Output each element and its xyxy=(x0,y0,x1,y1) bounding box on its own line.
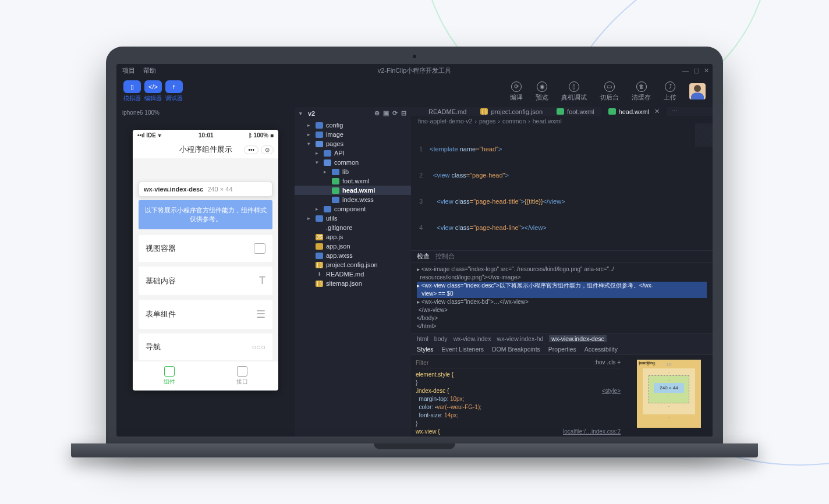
tree-item[interactable]: index.wxss xyxy=(295,195,411,204)
tree-item[interactable]: { }sitemap.json xyxy=(295,279,411,288)
list-item[interactable]: 导航○○○ xyxy=(139,333,272,360)
api-icon xyxy=(237,366,247,377)
tree-item[interactable]: app.wxss xyxy=(295,251,411,260)
devtools-tabs: 检查 控制台 xyxy=(411,251,713,263)
menu-dots-icon[interactable]: ••• xyxy=(244,145,258,154)
tooltip-dimensions: 240 × 44 xyxy=(207,186,232,193)
tooltip-selector: wx-view.index-desc xyxy=(144,186,203,193)
dom-crumb[interactable]: body xyxy=(434,335,448,342)
explorer-header: ▾ v2 ⊕ ▣ ⟳ ⊟ xyxy=(295,107,411,119)
dom-crumb[interactable]: html xyxy=(417,335,428,342)
tab-api[interactable]: 接口 xyxy=(206,361,278,391)
highlighted-element[interactable]: 以下将展示小程序官方组件能力，组件样式仅供参考。 xyxy=(139,200,272,229)
breadcrumb-segment[interactable]: head.wxml xyxy=(533,118,562,125)
dom-crumb[interactable]: wx-view.index-hd xyxy=(497,335,543,342)
tree-item[interactable]: foot.wxml xyxy=(295,176,411,186)
tree-item[interactable]: ▸utils xyxy=(295,214,411,223)
wifi-icon: ᯤ xyxy=(156,132,164,139)
tool-cache[interactable]: 🗑清缓存 xyxy=(632,81,651,102)
laptop-base xyxy=(71,443,758,457)
breadcrumb-segment[interactable]: fino-applet-demo-v2 xyxy=(418,118,472,125)
maximize-icon[interactable]: ▢ xyxy=(693,67,699,74)
tree-item[interactable]: ▾common xyxy=(295,158,411,167)
menu-project[interactable]: 项目 xyxy=(122,66,135,75)
device-icon: ▯ xyxy=(569,81,579,92)
tree-item[interactable]: head.wxml xyxy=(295,186,411,195)
tree-item[interactable]: JSapp.js xyxy=(295,232,411,242)
collapse-icon[interactable]: ⊟ xyxy=(401,109,406,117)
styles-subtab[interactable]: DOM Breakpoints xyxy=(492,346,540,353)
tree-item[interactable]: .gitignore xyxy=(295,223,411,232)
window-controls: — ▢ ✕ xyxy=(682,67,709,74)
tree-item[interactable]: ⬇README.md xyxy=(295,269,411,279)
tree-item[interactable]: ▸API xyxy=(295,148,411,158)
tab-close-icon[interactable]: ✕ xyxy=(654,108,660,115)
laptop-bezel: 项目 帮助 v2-FinClip小程序开发工具 — ▢ ✕ ▯ 模拟器 xyxy=(106,47,723,443)
close-circle-icon[interactable]: ⊙ xyxy=(261,145,274,154)
styles-panel[interactable]: :hov .cls + element.style { } .index-des… xyxy=(411,355,625,436)
mode-editor-label: 编辑器 xyxy=(144,94,162,102)
tool-background[interactable]: ▭切后台 xyxy=(600,81,619,102)
tree-item[interactable]: ▾pages xyxy=(295,139,411,148)
debug-icon: ⫯ xyxy=(172,83,176,90)
tabs-overflow[interactable]: ⋯ xyxy=(667,108,682,115)
new-folder-icon[interactable]: ▣ xyxy=(383,109,389,117)
breadcrumb: fino-applet-demo-v2 › pages › common › h… xyxy=(411,116,713,126)
phone-navbar: 小程序组件展示 ••• ⊙ xyxy=(133,141,278,158)
code-editor[interactable]: 1<template name="head"> 2 <view class="p… xyxy=(411,126,713,250)
tree-item[interactable]: app.json xyxy=(295,242,411,251)
menu-help[interactable]: 帮助 xyxy=(143,66,156,75)
box-model: margin 10 border - padding - 240 × 4 xyxy=(625,355,713,436)
simulator-device-label[interactable]: iphone6 100% xyxy=(116,107,295,118)
mode-simulator-label: 模拟器 xyxy=(123,94,141,102)
tree-item[interactable]: { }project.config.json xyxy=(295,260,411,269)
tool-compile[interactable]: ⟳编译 xyxy=(510,81,523,102)
new-file-icon[interactable]: ⊕ xyxy=(374,109,380,117)
tool-remote[interactable]: ▯真机调试 xyxy=(561,81,587,102)
styles-toggles[interactable]: :hov .cls + xyxy=(594,359,621,367)
styles-subtab[interactable]: Accessibility xyxy=(584,346,618,353)
dom-tree[interactable]: ▸ <wx-image class="index-logo" src="../r… xyxy=(411,263,713,333)
styles-filter-input[interactable] xyxy=(416,359,594,367)
mode-debugger[interactable]: ⫯ 调试器 xyxy=(165,80,183,102)
user-avatar[interactable] xyxy=(689,83,706,100)
minimize-icon[interactable]: — xyxy=(682,67,689,74)
tree-item[interactable]: ▸image xyxy=(295,130,411,139)
phone-tabbar: 组件 接口 xyxy=(133,361,278,391)
tree-item[interactable]: ▸component xyxy=(295,204,411,214)
eye-icon: ◉ xyxy=(537,81,547,92)
tool-upload[interactable]: ⤴上传 xyxy=(664,81,676,102)
list-item[interactable]: 表单组件☰ xyxy=(139,300,272,329)
tree-item[interactable]: ▸config xyxy=(295,120,411,130)
editor-tab[interactable]: foot.wxml xyxy=(550,107,601,116)
tree-item[interactable]: ▸lib xyxy=(295,167,411,176)
container-icon xyxy=(254,243,265,254)
list-item[interactable]: 视图容器 xyxy=(139,235,272,262)
tool-preview[interactable]: ◉预览 xyxy=(536,81,548,102)
phone-status-bar: ••ıl IDE ᯤ 10:01 ᛒ 100% ■ xyxy=(133,130,278,141)
dom-crumb[interactable]: wx-view.index xyxy=(454,335,491,342)
file-tree: ▸config▸image▾pages▸API▾common▸libfoot.w… xyxy=(295,119,411,289)
editor-tab[interactable]: { }project.config.json xyxy=(473,107,550,116)
editor-tab[interactable]: head.wxml✕ xyxy=(601,107,667,116)
mode-editor[interactable]: </> 编辑器 xyxy=(144,80,162,102)
styles-subtab[interactable]: Styles xyxy=(417,346,434,353)
editor-tab[interactable]: README.md xyxy=(411,107,473,116)
list-item[interactable]: 基础内容T xyxy=(139,267,272,295)
styles-subtab[interactable]: Event Listeners xyxy=(442,346,484,353)
dom-crumb[interactable]: wx-view.index-desc xyxy=(549,335,606,342)
styles-subtab[interactable]: Properties xyxy=(548,346,576,353)
minimap[interactable] xyxy=(695,123,713,182)
camera-dot xyxy=(413,55,416,58)
breadcrumb-segment[interactable]: common xyxy=(502,118,526,125)
mode-simulator[interactable]: ▯ 模拟器 xyxy=(123,80,141,102)
devtools-tab-inspect[interactable]: 检查 xyxy=(417,253,430,261)
dots-icon: ○○○ xyxy=(251,343,265,352)
main-layout: iphone6 100% ••ıl IDE ᯤ 10:01 ᛒ 100% ■ 小… xyxy=(116,107,713,436)
project-name[interactable]: v2 xyxy=(308,110,315,117)
devtools-tab-console[interactable]: 控制台 xyxy=(435,253,455,261)
close-icon[interactable]: ✕ xyxy=(704,67,709,74)
breadcrumb-segment[interactable]: pages xyxy=(479,118,496,125)
refresh-tree-icon[interactable]: ⟳ xyxy=(392,109,398,117)
tab-component[interactable]: 组件 xyxy=(133,361,206,391)
